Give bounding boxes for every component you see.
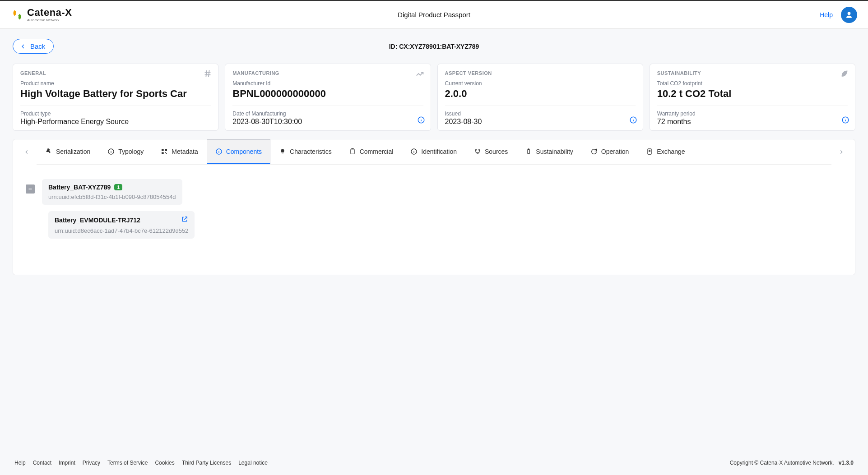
- tab-label: Operation: [601, 148, 629, 155]
- manufacturing-date-label: Date of Manufacturing: [232, 111, 423, 117]
- node-urn: urn:uuid:d8ec6acc-1ad7-47b4-bc7e-612122d…: [55, 227, 188, 234]
- warranty-label: Warranty period: [657, 111, 848, 117]
- product-name-label: Product name: [20, 80, 211, 87]
- info-button[interactable]: [841, 116, 849, 126]
- node-urn: urn:uuid:efcb5f8d-f31c-4b1f-b090-9c87805…: [48, 194, 176, 200]
- info-button[interactable]: [417, 116, 425, 126]
- page-content: Back ID: CX:XYZ78901:BAT-XYZ789 GENERAL …: [0, 29, 868, 451]
- tree-node-child[interactable]: Battery_EVMODULE-TRJ712 urn:uuid:d8ec6ac…: [48, 211, 195, 239]
- issued-label: Issued: [445, 111, 636, 117]
- tab-sources[interactable]: Sources: [465, 139, 516, 164]
- tab-operation[interactable]: Operation: [582, 139, 637, 164]
- footer-links: Help Contact Imprint Privacy Terms of Se…: [14, 460, 268, 466]
- brand-logo-icon: [11, 9, 23, 21]
- tab-identification[interactable]: Identification: [402, 139, 465, 164]
- tab-label: Exchange: [657, 148, 685, 155]
- tab-label: Sustainability: [536, 148, 573, 155]
- tab-serialization[interactable]: Serialization: [37, 139, 99, 164]
- minus-icon: [28, 186, 33, 192]
- tree-node-root[interactable]: Battery_BAT-XYZ789 1 urn:uuid:efcb5f8d-f…: [42, 179, 182, 205]
- footer-link[interactable]: Legal notice: [238, 460, 268, 466]
- tab-sustainability[interactable]: Sustainability: [516, 139, 582, 164]
- footer-link[interactable]: Help: [14, 460, 26, 466]
- card-category: MANUFACTURING: [232, 70, 423, 76]
- footer-link[interactable]: Third Party Licenses: [182, 460, 231, 466]
- brand-name: Catena-X: [27, 8, 72, 18]
- manufacturer-id-label: Manufacturer Id: [232, 80, 423, 87]
- user-avatar-button[interactable]: [841, 7, 857, 23]
- svg-rect-4: [162, 149, 164, 151]
- tab-components[interactable]: Components: [207, 139, 270, 164]
- sync-icon: [590, 148, 598, 155]
- chevron-left-icon: [23, 149, 30, 155]
- pin-icon: [45, 148, 52, 155]
- info-icon: [417, 116, 425, 124]
- footer-link[interactable]: Contact: [33, 460, 51, 466]
- topbar: Catena-X Automotive Network Digital Prod…: [0, 0, 868, 29]
- node-badge: 1: [114, 184, 122, 190]
- footer-version: v1.3.0: [839, 460, 854, 466]
- arrow-left-icon: [19, 43, 27, 50]
- open-external-button[interactable]: [181, 216, 188, 225]
- tabs-scroll-right[interactable]: [835, 141, 848, 163]
- footer-link[interactable]: Imprint: [59, 460, 75, 466]
- co2-label: Total CO2 footprint: [657, 80, 848, 87]
- issued-value: 2023-08-30: [445, 118, 636, 126]
- warranty-value: 72 months: [657, 118, 848, 126]
- collapse-button[interactable]: [26, 184, 35, 194]
- tab-label: Characteristics: [290, 148, 332, 155]
- back-button-label: Back: [30, 42, 45, 50]
- tab-commercial[interactable]: Commercial: [340, 139, 402, 164]
- detail-panel: Serialization Typology Metadata Componen…: [13, 139, 855, 275]
- tab-label: Components: [226, 148, 262, 155]
- node-title: Battery_EVMODULE-TRJ712: [55, 217, 140, 224]
- brand: Catena-X Automotive Network: [11, 8, 72, 22]
- hash-icon: [203, 69, 213, 80]
- node-title: Battery_BAT-XYZ789: [48, 184, 111, 191]
- svg-point-13: [479, 149, 480, 151]
- tab-typology[interactable]: Typology: [99, 139, 152, 164]
- tab-label: Serialization: [56, 148, 90, 155]
- manufacturing-date-value: 2023-08-30T10:30:00: [232, 118, 423, 126]
- svg-rect-15: [528, 149, 529, 153]
- document-icon: [646, 148, 653, 155]
- page-id: ID: CX:XYZ78901:BAT-XYZ789: [389, 43, 479, 50]
- tabs-scroll-left[interactable]: [20, 141, 33, 163]
- tab-label: Identification: [421, 148, 457, 155]
- product-type-label: Product type: [20, 111, 211, 117]
- summary-cards: GENERAL Product name High Voltage Batter…: [13, 64, 855, 131]
- tab-label: Sources: [485, 148, 508, 155]
- info-icon: [841, 116, 849, 124]
- tab-characteristics[interactable]: Characteristics: [270, 139, 340, 164]
- card-category: ASPECT VERSION: [445, 70, 636, 76]
- svg-rect-10: [351, 149, 354, 154]
- svg-rect-7: [165, 152, 166, 153]
- info-icon: [107, 148, 115, 155]
- person-icon: [845, 10, 854, 19]
- tab-label: Metadata: [172, 148, 198, 155]
- tab-metadata[interactable]: Metadata: [152, 139, 206, 164]
- svg-rect-8: [166, 153, 167, 154]
- product-type-value: High-Performance Energy Source: [20, 118, 211, 126]
- product-name-value: High Voltage Battery for Sports Car: [20, 88, 211, 100]
- help-link[interactable]: Help: [820, 11, 833, 18]
- footer-link[interactable]: Cookies: [155, 460, 174, 466]
- panel-body: Battery_BAT-XYZ789 1 urn:uuid:efcb5f8d-f…: [13, 165, 855, 275]
- back-button[interactable]: Back: [13, 39, 54, 54]
- footer-link[interactable]: Terms of Service: [107, 460, 148, 466]
- card-aspect-version: ASPECT VERSION Current version 2.0.0 Iss…: [437, 64, 643, 131]
- branch-icon: [474, 148, 481, 155]
- tab-exchange[interactable]: Exchange: [637, 139, 693, 164]
- card-manufacturing: MANUFACTURING Manufacturer Id BPNL000000…: [225, 64, 431, 131]
- chevron-right-icon: [838, 149, 845, 155]
- co2-value: 10.2 t CO2 Total: [657, 88, 848, 100]
- info-button[interactable]: [629, 116, 637, 126]
- brand-subtitle: Automotive Network: [27, 18, 72, 22]
- card-general: GENERAL Product name High Voltage Batter…: [13, 64, 218, 131]
- bulb-icon: [279, 148, 286, 155]
- footer-link[interactable]: Privacy: [83, 460, 100, 466]
- info-icon: [629, 116, 637, 124]
- svg-rect-6: [162, 152, 164, 154]
- tab-label: Typology: [118, 148, 144, 155]
- tabs: Serialization Typology Metadata Componen…: [37, 139, 831, 165]
